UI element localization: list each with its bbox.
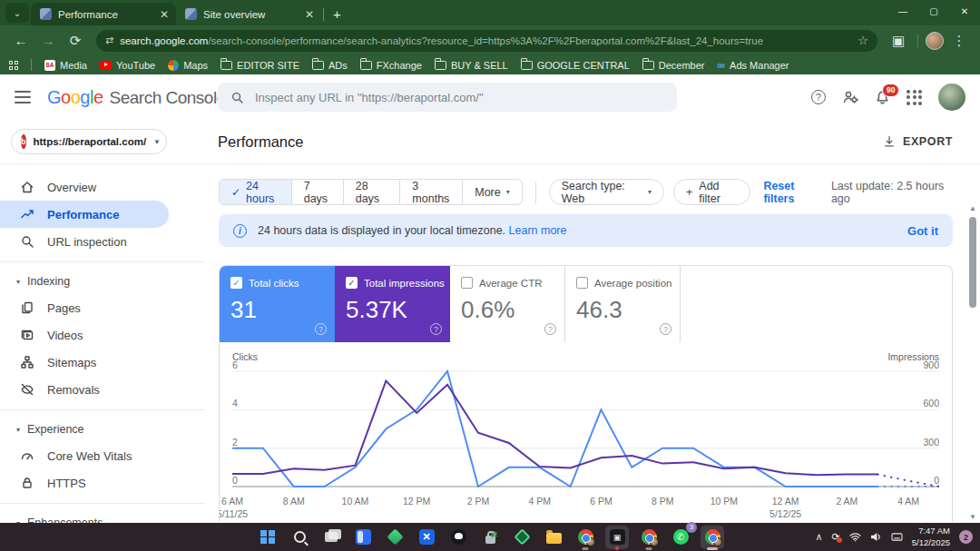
whatsapp-button[interactable]: ✆3: [669, 526, 692, 549]
scroll-down-arrow[interactable]: ▼: [967, 513, 978, 521]
sidebar-item-videos[interactable]: Videos: [0, 321, 189, 349]
date-range-7-days[interactable]: 7 days: [292, 179, 344, 205]
help-icon[interactable]: ?: [660, 323, 671, 335]
line-chart[interactable]: 0246 0300600900: [232, 364, 939, 491]
bookmark-folder-buy-sell[interactable]: BUY & SELL: [435, 60, 508, 71]
file-explorer-button[interactable]: [542, 526, 565, 549]
sidebar-item-https[interactable]: HTTPS: [0, 469, 189, 497]
bookmark-folder-ads[interactable]: ADs: [312, 60, 348, 71]
tray-expand-icon[interactable]: ∧: [815, 531, 822, 543]
sidebar-item-sitemaps[interactable]: Sitemaps: [0, 349, 189, 376]
close-window-button[interactable]: ✕: [949, 0, 980, 22]
sidebar-section-experience[interactable]: ▾ Experience: [0, 417, 205, 442]
user-settings-icon[interactable]: [842, 90, 858, 104]
notification-center-badge[interactable]: 2: [959, 530, 973, 544]
apps-shortcut-icon[interactable]: [9, 61, 18, 70]
minimize-button[interactable]: —: [887, 0, 918, 22]
sync-icon[interactable]: ⟳: [832, 531, 840, 543]
task-view-button[interactable]: [319, 526, 343, 549]
vpn-app-button[interactable]: [478, 526, 502, 549]
help-icon[interactable]: ?: [315, 323, 327, 335]
tab-performance[interactable]: Performance ✕: [31, 3, 176, 25]
checkbox-checked-icon[interactable]: ✓: [346, 277, 358, 289]
tab-search-button[interactable]: ⌄: [5, 3, 29, 23]
close-tab-icon[interactable]: ✕: [305, 8, 314, 21]
date-range-more[interactable]: More▾: [463, 179, 523, 205]
sidebar-section-indexing[interactable]: ▾ Indexing: [0, 269, 205, 294]
add-filter-button[interactable]: +Add filter: [673, 179, 750, 205]
address-bar[interactable]: ⇄ search.google.com/search-console/perfo…: [96, 30, 877, 52]
language-keyboard-icon[interactable]: [891, 532, 903, 542]
back-icon[interactable]: ←: [9, 29, 33, 53]
chrome-profile-1-button[interactable]: [573, 526, 597, 549]
date-range-3-months[interactable]: 3 months: [400, 179, 463, 205]
sidebar-item-core-web-vitals[interactable]: Core Web Vitals: [0, 442, 189, 469]
taskbar-search-button[interactable]: [288, 526, 311, 549]
url-inspect-input[interactable]: [255, 91, 664, 104]
close-tab-icon[interactable]: ✕: [160, 8, 169, 21]
bookmark-media[interactable]: 8AMedia: [44, 60, 87, 71]
bookmark-maps[interactable]: Maps: [168, 60, 208, 71]
sidebar-item-removals[interactable]: Removals: [0, 376, 189, 403]
checkbox-unchecked-icon[interactable]: [461, 277, 473, 289]
github-app-button[interactable]: [446, 526, 470, 549]
property-selector[interactable]: b https://beraportal.com/ ▼: [11, 129, 167, 154]
total-clicks-tile[interactable]: ✓Total clicks 31 ?: [220, 266, 335, 342]
menu-icon[interactable]: ⋮: [947, 29, 971, 53]
forward-icon[interactable]: →: [36, 29, 60, 53]
taskbar-clock[interactable]: 7:47 AM 5/12/2025: [912, 526, 950, 549]
checkbox-unchecked-icon[interactable]: [576, 277, 588, 289]
sidebar-item-pages[interactable]: Pages: [0, 294, 189, 321]
hamburger-menu-icon[interactable]: [15, 91, 31, 103]
green-diamond-app-2-button[interactable]: [510, 526, 534, 549]
reload-icon[interactable]: ⟳: [64, 29, 87, 53]
bookmark-star-icon[interactable]: ☆: [858, 34, 868, 47]
sidebar-item-overview[interactable]: Overview: [0, 173, 189, 201]
blue-panel-app-button[interactable]: [351, 526, 375, 549]
sidebar-item-performance[interactable]: Performance: [0, 201, 169, 228]
search-type-filter[interactable]: Search type: Web▾: [549, 179, 664, 205]
tab-site-overview[interactable]: Site overview ✕: [176, 3, 321, 25]
bookmark-youtube[interactable]: YouTube: [100, 60, 155, 71]
chrome-profile-3-button[interactable]: [701, 526, 724, 549]
bookmark-ads-manager[interactable]: ∞Ads Manager: [718, 59, 789, 72]
total-impressions-tile[interactable]: ✓Total impressions 5.37K ?: [335, 266, 450, 342]
wifi-icon[interactable]: [849, 532, 861, 542]
bookmark-folder-december[interactable]: December: [642, 60, 705, 71]
volume-icon[interactable]: [870, 532, 882, 542]
export-button[interactable]: EXPORT: [883, 135, 953, 148]
date-range-24-hours[interactable]: ✓24 hours: [219, 179, 292, 205]
url-inspect-searchbox[interactable]: [218, 83, 677, 112]
average-position-tile[interactable]: Average position 46.3 ?: [565, 266, 681, 342]
notifications-bell-icon[interactable]: 90: [875, 90, 890, 105]
sidebar-section-enhancements[interactable]: ▾ Enhancements: [0, 510, 205, 523]
new-tab-button[interactable]: +: [333, 6, 341, 22]
account-avatar[interactable]: [938, 84, 965, 111]
checkbox-checked-icon[interactable]: ✓: [230, 277, 242, 289]
maximize-button[interactable]: ▢: [918, 0, 949, 22]
average-ctr-tile[interactable]: Average CTR 0.6% ?: [450, 266, 565, 342]
scrollbar-thumb[interactable]: [969, 217, 976, 308]
green-diamond-app-button[interactable]: [383, 526, 407, 549]
google-apps-grid-icon[interactable]: [906, 90, 922, 105]
scroll-up-arrow[interactable]: ▲: [967, 204, 978, 212]
date-range-28-days[interactable]: 28 days: [344, 179, 401, 205]
browser-profile-avatar[interactable]: [926, 32, 944, 50]
site-settings-icon[interactable]: ⇄: [105, 34, 113, 46]
bookmark-folder-google-central[interactable]: GOOGLE CENTRAL: [521, 60, 630, 71]
help-icon[interactable]: ?: [544, 323, 556, 335]
bookmark-folder-fxchange[interactable]: FXchange: [360, 60, 422, 71]
bookmark-folder-editor-site[interactable]: EDITOR SITE: [220, 60, 299, 71]
chrome-profile-2-button[interactable]: [637, 526, 661, 549]
x-app-button[interactable]: ✕: [415, 526, 438, 549]
start-button[interactable]: [256, 526, 279, 549]
help-icon[interactable]: ?: [430, 323, 442, 335]
sidebar-item-url-inspection[interactable]: URL inspection: [0, 228, 189, 255]
got-it-button[interactable]: Got it: [907, 224, 938, 238]
vertical-scrollbar[interactable]: ▲ ▼: [967, 204, 978, 521]
help-icon[interactable]: ?: [811, 90, 826, 104]
extensions-icon[interactable]: ▣: [887, 29, 910, 53]
learn-more-link[interactable]: Learn more: [509, 224, 567, 237]
reset-filters-link[interactable]: Reset filters: [763, 180, 822, 205]
dark-app-button[interactable]: ▣: [605, 526, 629, 549]
